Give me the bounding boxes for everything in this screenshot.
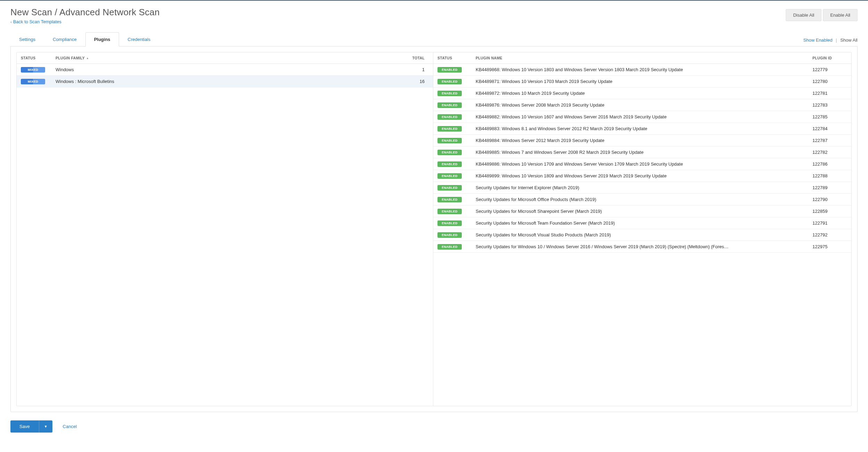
plugin-name: KB4489899: Windows 10 Version 1809 and W… xyxy=(476,173,812,178)
plugin-id: 122790 xyxy=(812,197,847,202)
tab-plugins[interactable]: Plugins xyxy=(85,32,119,47)
plugin-name: Security Updates for Windows 10 / Window… xyxy=(476,244,812,249)
back-link[interactable]: ‹ Back to Scan Templates xyxy=(10,19,61,24)
sort-asc-icon: ▲ xyxy=(86,57,89,60)
separator: | xyxy=(836,37,837,43)
show-enabled-link[interactable]: Show Enabled xyxy=(803,37,833,43)
plugin-name: KB4489885: Windows 7 and Windows Server … xyxy=(476,150,812,155)
th-plugin-family[interactable]: PLUGIN FAMILY ▲ xyxy=(56,56,401,60)
tab-compliance[interactable]: Compliance xyxy=(44,32,85,47)
disable-all-button[interactable]: Disable All xyxy=(786,9,821,21)
plugin-name: KB4489883: Windows 8.1 and Windows Serve… xyxy=(476,126,812,131)
status-badge[interactable]: ENABLED xyxy=(437,150,462,155)
plugin-name: Security Updates for Microsoft Visual St… xyxy=(476,232,812,237)
plugin-id: 122783 xyxy=(812,102,847,108)
plugin-name: KB4489884: Windows Server 2012 March 201… xyxy=(476,138,812,143)
plugin-row[interactable]: ENABLEDKB4489899: Windows 10 Version 180… xyxy=(433,170,851,182)
show-all-link[interactable]: Show All xyxy=(840,37,858,43)
cancel-link[interactable]: Cancel xyxy=(63,424,77,429)
caret-down-icon: ▼ xyxy=(44,425,48,428)
save-dropdown-toggle[interactable]: ▼ xyxy=(39,420,52,433)
plugin-row[interactable]: ENABLEDKB4489885: Windows 7 and Windows … xyxy=(433,147,851,158)
filter-links: Show Enabled | Show All xyxy=(803,37,858,46)
plugin-name: Security Updates for Microsoft Office Pr… xyxy=(476,197,812,202)
tab-settings[interactable]: Settings xyxy=(10,32,44,47)
status-badge[interactable]: ENABLED xyxy=(437,244,462,250)
plugin-row[interactable]: ENABLEDKB4489886: Windows 10 Version 170… xyxy=(433,158,851,170)
plugin-name: KB4489882: Windows 10 Version 1607 and W… xyxy=(476,114,812,119)
plugin-row[interactable]: ENABLEDKB4489876: Windows Server 2008 Ma… xyxy=(433,99,851,111)
enable-all-button[interactable]: Enable All xyxy=(823,9,858,21)
family-total: 1 xyxy=(401,67,429,72)
save-button-group: Save ▼ xyxy=(10,420,52,433)
family-name: Windows : Microsoft Bulletins xyxy=(56,79,401,84)
plugin-name: KB4489871: Windows 10 Version 1703 March… xyxy=(476,79,812,84)
plugin-row[interactable]: ENABLEDSecurity Updates for Microsoft Of… xyxy=(433,194,851,206)
th-plugin-id[interactable]: PLUGIN ID xyxy=(812,56,847,60)
status-badge[interactable]: ENABLED xyxy=(437,209,462,214)
plugin-id: 122784 xyxy=(812,126,847,131)
family-row[interactable]: MIXEDWindows : Microsoft Bulletins16 xyxy=(17,76,433,87)
th-plugin-name[interactable]: PLUGIN NAME xyxy=(476,56,812,60)
plugin-families-table: STATUS PLUGIN FAMILY ▲ TOTAL MIXEDWindow… xyxy=(17,52,433,406)
status-badge[interactable]: ENABLED xyxy=(437,126,462,132)
plugin-id: 122786 xyxy=(812,161,847,167)
plugin-id: 122788 xyxy=(812,173,847,178)
status-badge[interactable]: ENABLED xyxy=(437,67,462,73)
family-row[interactable]: MIXEDWindows1 xyxy=(17,64,433,76)
status-badge[interactable]: MIXED xyxy=(21,79,45,84)
plugin-row[interactable]: ENABLEDKB4489883: Windows 8.1 and Window… xyxy=(433,123,851,135)
plugin-id: 122779 xyxy=(812,67,847,72)
th-total[interactable]: TOTAL xyxy=(401,56,429,60)
family-total: 16 xyxy=(401,79,429,84)
plugin-name: KB4489876: Windows Server 2008 March 201… xyxy=(476,102,812,108)
th-status[interactable]: STATUS xyxy=(21,56,56,60)
th-status[interactable]: STATUS xyxy=(437,56,476,60)
plugin-row[interactable]: ENABLEDKB4489884: Windows Server 2012 Ma… xyxy=(433,135,851,147)
plugin-id: 122791 xyxy=(812,220,847,226)
plugin-name: Security Updates for Microsoft Sharepoin… xyxy=(476,209,812,214)
plugin-name: KB4489886: Windows 10 Version 1709 and W… xyxy=(476,161,812,167)
plugin-row[interactable]: ENABLEDKB4489872: Windows 10 March 2019 … xyxy=(433,87,851,99)
page-title: New Scan / Advanced Network Scan xyxy=(10,7,160,18)
plugin-id: 122789 xyxy=(812,185,847,190)
plugin-row[interactable]: ENABLEDSecurity Updates for Microsoft Te… xyxy=(433,217,851,229)
plugin-row[interactable]: ENABLEDSecurity Updates for Windows 10 /… xyxy=(433,241,851,253)
plugin-row[interactable]: ENABLEDKB4489882: Windows 10 Version 160… xyxy=(433,111,851,123)
plugin-name: Security Updates for Microsoft Team Foun… xyxy=(476,220,812,226)
plugin-id: 122782 xyxy=(812,150,847,155)
plugin-row[interactable]: ENABLEDKB4489868: Windows 10 Version 180… xyxy=(433,64,851,76)
status-badge[interactable]: ENABLED xyxy=(437,220,462,226)
status-badge[interactable]: ENABLED xyxy=(437,161,462,167)
status-badge[interactable]: ENABLED xyxy=(437,185,462,191)
plugin-row[interactable]: ENABLEDSecurity Updates for Internet Exp… xyxy=(433,182,851,194)
plugin-id: 122781 xyxy=(812,91,847,96)
chevron-left-icon: ‹ xyxy=(10,20,12,24)
plugin-row[interactable]: ENABLEDSecurity Updates for Microsoft Vi… xyxy=(433,229,851,241)
plugin-id: 122792 xyxy=(812,232,847,237)
back-link-label: Back to Scan Templates xyxy=(13,19,61,24)
plugin-name: KB4489868: Windows 10 Version 1803 and W… xyxy=(476,67,812,72)
status-badge[interactable]: ENABLED xyxy=(437,79,462,84)
status-badge[interactable]: ENABLED xyxy=(437,173,462,179)
status-badge[interactable]: ENABLED xyxy=(437,197,462,202)
tab-credentials[interactable]: Credentials xyxy=(119,32,159,47)
tabs: Settings Compliance Plugins Credentials xyxy=(10,32,159,46)
family-name: Windows xyxy=(56,67,401,72)
plugin-name: KB4489872: Windows 10 March 2019 Securit… xyxy=(476,91,812,96)
status-badge[interactable]: ENABLED xyxy=(437,232,462,238)
status-badge[interactable]: ENABLED xyxy=(437,91,462,96)
status-badge[interactable]: ENABLED xyxy=(437,102,462,108)
plugin-id: 122785 xyxy=(812,114,847,119)
plugin-row[interactable]: ENABLEDSecurity Updates for Microsoft Sh… xyxy=(433,206,851,217)
status-badge[interactable]: ENABLED xyxy=(437,138,462,143)
plugin-id: 122975 xyxy=(812,244,847,249)
plugin-id: 122859 xyxy=(812,209,847,214)
status-badge[interactable]: ENABLED xyxy=(437,114,462,120)
save-button[interactable]: Save xyxy=(10,420,39,433)
plugin-name: Security Updates for Internet Explorer (… xyxy=(476,185,812,190)
status-badge[interactable]: MIXED xyxy=(21,67,45,73)
plugin-id: 122780 xyxy=(812,79,847,84)
plugin-id: 122787 xyxy=(812,138,847,143)
plugin-row[interactable]: ENABLEDKB4489871: Windows 10 Version 170… xyxy=(433,76,851,87)
